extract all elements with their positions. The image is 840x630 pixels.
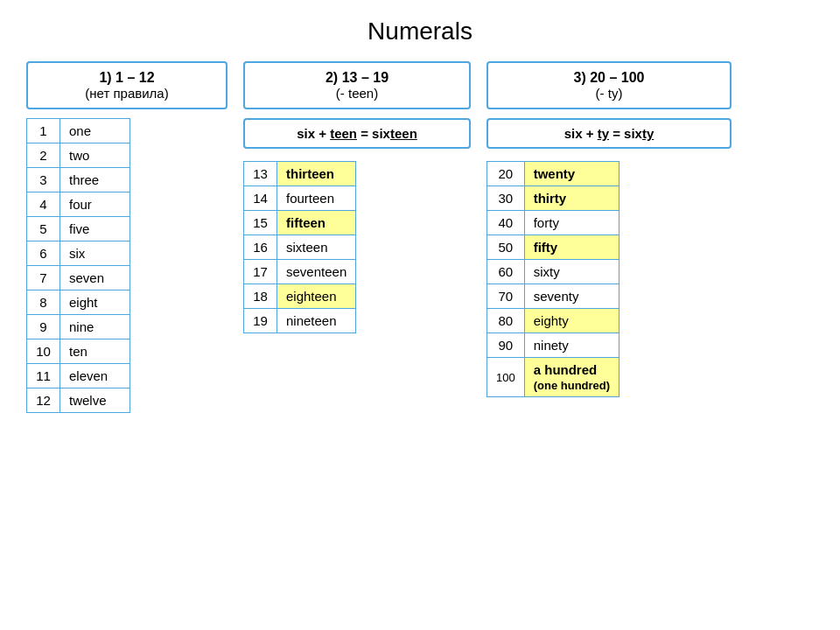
num-cell: 100 [487,358,525,397]
section3-header-line2: (- ty) [499,86,719,101]
formula2-teen: teen [330,126,357,141]
section3-header-line1: 3) 20 – 100 [499,70,719,86]
section2-header-line1: 2) 13 – 19 [256,70,458,86]
word-cell: a hundred(one hundred) [524,358,619,397]
section2-table: 13thirteen14fourteen15fifteen16sixteen17… [243,161,356,333]
word-cell: fifteen [277,211,356,235]
table-row: 15fifteen [244,211,356,235]
columns: 1) 1 – 12 (нет правила) 1one2two3three4f… [18,61,822,413]
num-cell: 2 [27,144,60,168]
section3-formula: six + ty = sixty [486,118,732,149]
num-cell: 30 [487,186,525,211]
word-cell: sixty [524,260,619,284]
word-cell: two [60,144,130,168]
section2-header-line2: (- teen) [256,86,458,101]
num-cell: 50 [487,235,525,260]
word-cell: seventy [524,284,619,309]
table-row: 4four [27,192,130,217]
num-cell: 80 [487,309,525,333]
word-cell: one [60,119,130,144]
formula3-result-ty: ty [642,126,654,141]
word-cell: eleven [60,364,130,388]
table-row: 14fourteen [244,186,356,211]
formula2-result-teen: teen [390,126,417,141]
table-row: 5five [27,217,130,242]
word-cell: twelve [60,388,130,413]
word-cell: twenty [524,162,619,186]
formula3-ty: ty [598,126,609,141]
formula2-part2: = six [357,126,390,141]
table-row: 60sixty [487,260,620,284]
column-3: 3) 20 – 100 (- ty) six + ty = sixty 20tw… [486,61,732,397]
word-cell: seven [60,266,130,290]
section1-header-line1: 1) 1 – 12 [38,70,215,86]
num-cell: 3 [27,168,60,192]
table-row: 50fifty [487,235,620,260]
word-cell: forty [524,211,619,235]
section2-formula: six + teen = sixteen [243,118,471,149]
table-row: 2two [27,144,130,168]
num-cell: 16 [244,235,277,260]
table-row: 70seventy [487,284,620,309]
column-2: 2) 13 – 19 (- teen) six + teen = sixteen… [243,61,471,333]
section3-table: 20twenty30thirty40forty50fifty60sixty70s… [486,161,620,397]
table-row: 100a hundred(one hundred) [487,358,620,397]
num-cell: 6 [27,242,60,266]
num-cell: 9 [27,315,60,340]
num-cell: 13 [244,162,277,186]
word-cell: fourteen [277,186,356,211]
num-cell: 19 [244,309,277,333]
section3-header: 3) 20 – 100 (- ty) [486,61,732,109]
word-cell: eight [60,290,130,315]
word-cell: fifty [524,235,619,260]
num-cell: 60 [487,260,525,284]
word-cell: thirty [524,186,619,211]
table-row: 10ten [27,340,130,364]
section1-header: 1) 1 – 12 (нет правила) [26,61,228,109]
num-cell: 4 [27,192,60,217]
table-row: 8eight [27,290,130,315]
num-cell: 14 [244,186,277,211]
table-row: 80eighty [487,309,620,333]
table-row: 12twelve [27,388,130,413]
table-row: 17seventeen [244,260,356,284]
table-row: 30thirty [487,186,620,211]
table-row: 16sixteen [244,235,356,260]
page-title: Numerals [18,18,822,46]
num-cell: 10 [27,340,60,364]
table-row: 19nineteen [244,309,356,333]
section1-table: 1one2two3three4four5five6six7seven8eight… [26,118,130,413]
table-row: 40forty [487,211,620,235]
word-cell: thirteen [277,162,356,186]
table-row: 1one [27,119,130,144]
num-cell: 90 [487,333,525,358]
num-cell: 12 [27,388,60,413]
page-wrapper: Numerals 1) 1 – 12 (нет правила) 1one2tw… [18,18,822,413]
table-row: 3three [27,168,130,192]
word-cell: ninety [524,333,619,358]
num-cell: 20 [487,162,525,186]
num-cell: 1 [27,119,60,144]
num-cell: 11 [27,364,60,388]
num-cell: 70 [487,284,525,309]
num-cell: 8 [27,290,60,315]
word-cell: six [60,242,130,266]
word-cell: four [60,192,130,217]
table-row: 7seven [27,266,130,290]
word-cell: eighteen [277,284,356,309]
num-cell: 5 [27,217,60,242]
num-cell: 17 [244,260,277,284]
table-row: 11eleven [27,364,130,388]
section2-header: 2) 13 – 19 (- teen) [243,61,471,109]
num-cell: 7 [27,266,60,290]
word-cell: ten [60,340,130,364]
num-cell: 15 [244,211,277,235]
word-cell: sixteen [277,235,356,260]
column-1: 1) 1 – 12 (нет правила) 1one2two3three4f… [26,61,228,413]
num-cell: 18 [244,284,277,309]
word-cell: eighty [524,309,619,333]
section1-header-line2: (нет правила) [38,86,215,101]
table-row: 20twenty [487,162,620,186]
formula3-part2: = six [609,126,642,141]
table-row: 18eighteen [244,284,356,309]
